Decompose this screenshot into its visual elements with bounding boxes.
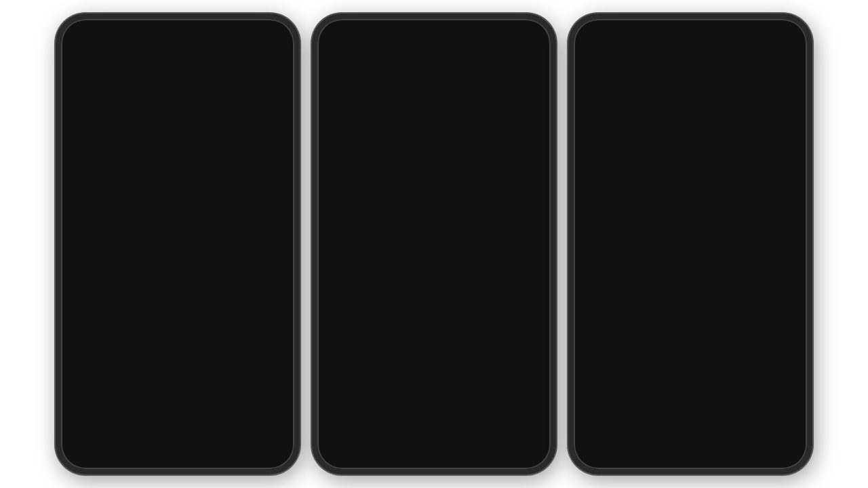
cc-brightness-track[interactable] [610,288,769,292]
cc-theme-btn[interactable] [593,237,626,270]
status-bar: ⊙ 🔵 📶 WiFi 🔋 [61,19,294,38]
cc-mobile-data-sub: On [621,169,663,176]
browser-label: Browser [210,289,233,296]
cc-location-btn[interactable] [647,237,679,270]
cc-brightness-control[interactable]: A ☀ [586,277,795,303]
svg-rect-44 [429,354,531,375]
cc-torch-btn[interactable] [593,197,626,229]
cc-brightness-icon: ☀ [776,283,785,296]
app-row-1: ▶ Mi Video 🧮 Calculator 🌤 Weather ⚙⚙⚙ To… [68,211,288,251]
cc-data-icon: 💧 [594,111,616,133]
phone3-control-center: EA 🔵 📶 WiFi 🔋 13:40 Friday, March 17 ⦿ ✎ [568,14,812,474]
cc-wifi-info: Home-5G Connected [728,161,762,176]
app-music[interactable]: 🎵 Music [245,211,286,251]
cc-bluetooth-icon: 🔵 [751,41,759,49]
app-play-store[interactable]: ▶ Play Store [245,302,286,342]
dock-app-3[interactable]: 🐾 [157,426,198,459]
weather-widget: ⛅ Cloudy 27°C [244,45,282,75]
app-calendar[interactable]: 📅 Calendar [113,256,154,296]
cc-lock-rotate-btn[interactable] [701,237,734,270]
app-row-3: 👤 Contacts 🛡 Security 🧭 Compass ⏰ Clock … [68,302,288,342]
cc-edit-btn[interactable]: ✎ [774,66,795,86]
cc-bluetooth-title: Bluetooth [728,115,763,123]
recorder-icon: 🎙 [162,256,193,287]
clock-label: Clock [214,335,230,342]
svg-text:∿ ∿: ∿ ∿ [358,81,371,88]
cc-auto-label: A [595,284,604,296]
app-recorder[interactable]: 🎙 Recorder [157,256,198,296]
status-icons: 🔵 📶 WiFi 🔋 [238,25,282,33]
security-icon: 🛡 [118,302,149,333]
dock-icon-4: 👻 [206,426,237,457]
compass-label: Compass [165,335,191,342]
cc-wifi-tile[interactable]: Home-5G Connected [693,148,795,188]
app-security[interactable]: 🛡 Security [113,302,154,342]
app-row-2: 🎨 Themes 📅 Calendar 🎙 Recorder 🌐 Browser… [68,256,288,296]
app-compass[interactable]: 🧭 Compass [157,302,198,342]
app-weather[interactable]: 🌤 Weather [157,211,198,251]
browser-icon: 🌐 [206,256,237,287]
svg-point-65 [715,211,719,216]
cc-bell-btn[interactable] [647,197,679,229]
svg-text:∿ ∿ ∿: ∿ ∿ ∿ [426,70,446,78]
lock-signal-icon: 📶 [520,25,528,33]
cc-mobile-data-icon [594,157,616,179]
app-browser[interactable]: 🌐 Browser [201,256,242,296]
app-themes[interactable]: 🎨 Themes [69,256,110,296]
dock-camera[interactable]: 📷 [245,426,286,459]
cc-wifi-icon [701,157,723,179]
cc-time-block: 13:40 Friday, March 17 [586,57,650,95]
dock-app-2[interactable]: 🌐 [113,426,154,459]
app-tools[interactable]: ⚙⚙⚙ Tools [201,211,242,251]
cc-time: 13:40 [586,57,650,83]
lock-time: 13:40 [317,107,551,156]
cc-data-tile[interactable]: 💧 known data pl... — MB [586,102,688,142]
cc-date: Friday, March 17 [586,85,650,95]
app-clock[interactable]: ⏰ Clock [201,302,242,342]
cc-bluetooth-tile[interactable]: Bluetooth On [693,102,795,142]
app-calculator[interactable]: 🧮 Calculator [113,211,154,251]
cc-screen-record-btn[interactable] [701,197,734,229]
phone1-home: ∿ ∿ ∿ ∿ ∿ ⊙ 🔵 📶 WiFi 🔋 13:40 Fri, 17 Mar… [56,14,300,474]
cc-tiles: 💧 known data pl... — MB Bluetooth On [580,98,800,192]
cc-carrier: EA [586,41,596,49]
dock-app-4[interactable]: 👻 [201,426,242,459]
notes-icon: 📝 [250,256,281,287]
phone1-screen: ∿ ∿ ∿ ∿ ∿ ⊙ 🔵 📶 WiFi 🔋 13:40 Fri, 17 Mar… [61,19,294,469]
home-indicator[interactable] [656,461,724,464]
dot-2 [176,417,180,420]
music-icon: 🎵 [250,211,281,242]
page-dots [61,417,294,420]
themes-label: Themes [79,289,101,296]
calendar-icon: 📅 [118,256,149,287]
cc-data-title: known data pl... [621,115,677,123]
weather-icon: ⛅ [244,45,282,67]
cc-status-bar: EA 🔵 📶 WiFi 🔋 [580,38,800,52]
svg-text:∿ ∿: ∿ ∿ [183,65,194,71]
time-widget: 13:40 Fri, 17 March AM [73,43,136,83]
cc-data-info: known data pl... — MB [621,115,677,130]
calendar-label: Calendar [121,289,146,296]
cc-mobile-data-tile[interactable]: Mobile data On [586,148,688,188]
cc-bluetooth-tile-icon [701,111,723,133]
cc-airplane-btn[interactable] [755,197,787,229]
compass-icon: 🧭 [162,302,193,333]
home-ampm: AM [73,75,136,83]
cc-wifi-icon: WiFi [771,41,785,49]
cc-data-sub: — MB [621,123,677,130]
cc-video-btn[interactable] [755,237,787,270]
svg-point-54 [380,339,390,348]
weather-app-icon: 🌤 [162,211,193,242]
bluetooth-icon: 🔵 [238,25,246,33]
control-center-panel: EA 🔵 📶 WiFi 🔋 13:40 Friday, March 17 ⦿ ✎ [580,38,800,449]
carrier-dot: ⊙ [73,26,78,32]
home-date: Fri, 17 March [73,67,136,75]
dock-app-1[interactable]: 🐱 [69,426,110,459]
cc-flashlight-btn[interactable]: ⦿ [747,66,768,86]
app-contacts[interactable]: 👤 Contacts [69,302,110,342]
cc-time-icons: ⦿ ✎ [747,66,795,86]
app-notes[interactable]: 📝 Notes [245,256,286,296]
lock-date: 3/17 FRIDAY 72°F [317,159,551,169]
calculator-icon: 🧮 [118,211,149,242]
app-mi-video[interactable]: ▶ Mi Video [69,211,110,251]
